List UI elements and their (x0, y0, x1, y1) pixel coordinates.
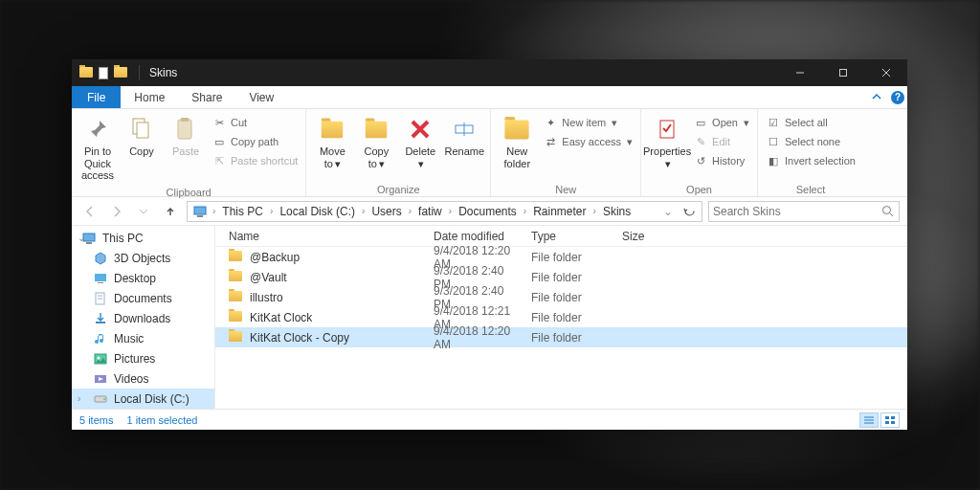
file-row[interactable]: KitKat Clock - Copy9/4/2018 12:20 AMFile… (215, 327, 907, 347)
rename-button[interactable]: Rename (444, 111, 484, 162)
open-icon: ▭ (693, 115, 708, 130)
select-all-button[interactable]: ☑Select all (764, 113, 858, 132)
address-bar: This PC Local Disk (C:) Users fatiw Docu… (72, 197, 907, 226)
ribbon-tabs: File Home Share View ? (72, 86, 907, 109)
crumb-rainmeter[interactable]: Rainmeter (528, 205, 590, 218)
crumb-user[interactable]: fatiw (413, 205, 447, 218)
nav-this-pc[interactable]: ⌄ This PC (72, 228, 214, 248)
view-thumbnails-button[interactable] (880, 412, 900, 428)
nav-item[interactable]: Downloads (72, 308, 214, 328)
tab-file[interactable]: File (72, 86, 121, 108)
column-headers[interactable]: Name Date modified Type Size (215, 226, 907, 247)
maximize-button[interactable] (821, 59, 864, 86)
close-button[interactable] (864, 59, 907, 86)
paste-icon (171, 115, 200, 144)
nav-item[interactable]: ›Local Disk (C:) (72, 389, 214, 409)
select-none-icon: ☐ (766, 134, 781, 149)
svg-rect-5 (137, 122, 148, 138)
crumb-this-pc[interactable]: This PC (217, 205, 268, 218)
crumb-users[interactable]: Users (367, 205, 406, 218)
folder-icon (229, 291, 244, 304)
nav-item-label: Pictures (114, 352, 155, 366)
refresh-button[interactable] (679, 201, 700, 222)
properties-button[interactable]: Properties▾ (647, 111, 687, 173)
tab-share[interactable]: Share (178, 86, 235, 108)
nav-item[interactable]: Documents (72, 288, 214, 308)
nav-item-label: 3D Objects (114, 252, 170, 265)
tab-home[interactable]: Home (121, 86, 178, 108)
search-box[interactable] (708, 201, 900, 222)
select-none-button[interactable]: ☐Select none (764, 132, 858, 151)
open-button[interactable]: ▭Open▾ (691, 113, 751, 132)
col-date[interactable]: Date modified (428, 230, 525, 243)
view-details-button[interactable] (859, 412, 879, 428)
col-type[interactable]: Type (525, 230, 616, 243)
status-bar: 5 items 1 item selected (72, 409, 907, 430)
breadcrumb[interactable]: This PC Local Disk (C:) Users fatiw Docu… (187, 201, 702, 222)
new-item-button[interactable]: ✦New item▾ (541, 113, 635, 132)
help-button[interactable]: ? (888, 86, 907, 108)
easy-access-button[interactable]: ⇄Easy access▾ (541, 132, 635, 151)
svg-rect-39 (891, 421, 895, 424)
file-name: @Backup (250, 251, 300, 264)
nav-item-icon (93, 391, 108, 407)
copy-to-icon (362, 115, 390, 144)
nav-recent-button[interactable] (133, 201, 154, 222)
delete-button[interactable]: Delete▾ (400, 111, 440, 173)
nav-item-label: Desktop (114, 272, 156, 285)
breadcrumb-dropdown[interactable]: ⌄ (657, 205, 679, 218)
nav-item-icon (93, 331, 108, 346)
crumb-c[interactable]: Local Disk (C:) (275, 205, 360, 218)
move-to-button[interactable]: Move to▾ (312, 111, 352, 173)
file-row[interactable]: illustro9/3/2018 2:40 PMFile folder (215, 287, 907, 307)
pin-icon (83, 115, 112, 144)
nav-item[interactable]: Pictures (72, 348, 214, 368)
nav-item-label: Music (114, 332, 144, 345)
paste-button[interactable]: Paste (166, 111, 206, 162)
svg-rect-37 (891, 416, 895, 419)
properties-icon (653, 115, 681, 144)
copy-to-button[interactable]: Copy to▾ (356, 111, 396, 173)
status-selection: 1 item selected (126, 414, 197, 426)
paste-shortcut-icon: ⇱ (212, 153, 227, 168)
content-area: ⌄ This PC 3D ObjectsDesktopDocumentsDown… (72, 226, 907, 409)
delete-icon (406, 115, 434, 144)
folder-icon (229, 331, 244, 345)
nav-up-button[interactable] (160, 201, 181, 222)
history-button[interactable]: ↺History (691, 151, 751, 170)
nav-item[interactable]: Videos (72, 368, 214, 389)
nav-back-button[interactable] (79, 201, 100, 222)
col-size[interactable]: Size (616, 230, 693, 243)
new-folder-button[interactable]: New folder (497, 111, 537, 173)
nav-item[interactable]: Music (72, 328, 214, 348)
svg-rect-7 (181, 118, 189, 122)
file-row[interactable]: @Vault9/3/2018 2:40 PMFile folder (215, 267, 907, 287)
search-input[interactable] (713, 205, 881, 218)
copy-path-button[interactable]: ▭Copy path (210, 132, 300, 151)
group-label-new: New (497, 183, 635, 195)
paste-shortcut-button[interactable]: ⇱Paste shortcut (210, 151, 300, 170)
pc-icon (192, 204, 208, 219)
group-label-clipboard: Clipboard (78, 186, 300, 198)
history-icon: ↺ (693, 153, 708, 168)
nav-forward-button[interactable] (106, 201, 127, 222)
tab-view[interactable]: View (235, 86, 287, 108)
collapse-ribbon-button[interactable] (865, 86, 888, 108)
edit-button[interactable]: ✎Edit (691, 132, 751, 151)
crumb-skins[interactable]: Skins (598, 205, 635, 218)
file-row[interactable]: @Backup9/4/2018 12:20 AMFile folder (215, 247, 907, 267)
nav-pane: ⌄ This PC 3D ObjectsDesktopDocumentsDown… (72, 226, 215, 409)
crumb-documents[interactable]: Documents (454, 205, 522, 218)
copy-button[interactable]: Copy (122, 111, 162, 162)
pin-to-quick-access-button[interactable]: Pin to Quick access (78, 111, 118, 186)
invert-selection-button[interactable]: ◧Invert selection (764, 151, 858, 170)
nav-item[interactable]: Desktop (72, 268, 214, 288)
file-type: File folder (525, 251, 616, 264)
cut-button[interactable]: ✂Cut (210, 113, 300, 132)
minimize-button[interactable] (778, 59, 821, 86)
nav-item-label: Local Disk (C:) (114, 392, 189, 406)
nav-item[interactable]: 3D Objects (72, 248, 214, 268)
file-row[interactable]: KitKat Clock9/4/2018 12:21 AMFile folder (215, 307, 907, 327)
nav-item-icon (93, 271, 108, 286)
col-name[interactable]: Name (223, 230, 428, 243)
